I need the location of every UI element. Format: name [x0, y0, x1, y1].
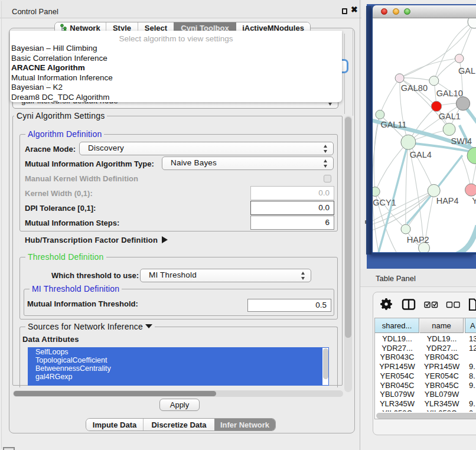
svg-text:SWI4: SWI4 — [451, 136, 472, 146]
svg-text:Y: Y — [472, 196, 476, 206]
svg-text:GAL: GAL — [458, 66, 475, 76]
svg-text:HAP2: HAP2 — [407, 235, 429, 244]
svg-text:GCY1: GCY1 — [373, 198, 396, 207]
svg-text:GAL11: GAL11 — [380, 120, 406, 129]
svg-text:GAL10: GAL10 — [436, 89, 463, 98]
svg-text:GAL4: GAL4 — [410, 150, 432, 159]
svg-text:HAP4: HAP4 — [436, 196, 459, 206]
svg-text:GAL80: GAL80 — [401, 83, 428, 93]
svg-text:GAL1: GAL1 — [439, 112, 461, 121]
